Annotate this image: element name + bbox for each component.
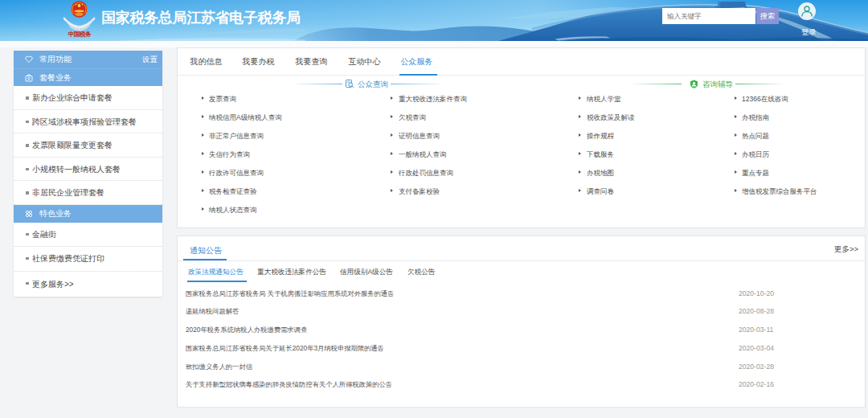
svg-text:中国税务: 中国税务: [68, 31, 92, 38]
